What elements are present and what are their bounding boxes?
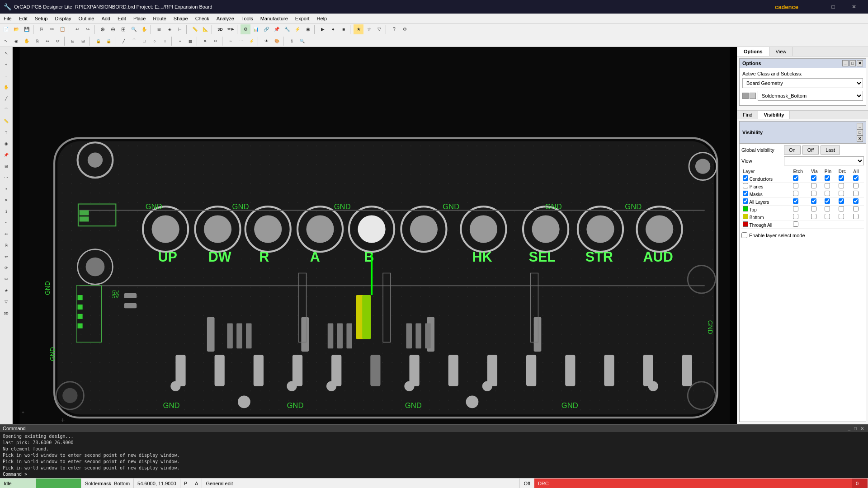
tool-text[interactable]: T <box>1 127 12 138</box>
tab-visibility[interactable]: Visibility <box>758 111 790 119</box>
tb-constraint[interactable]: ⚙ <box>241 24 250 34</box>
tool-ratsnest[interactable]: ⋯ <box>1 172 12 183</box>
layer-etch-check-through-all[interactable] <box>793 221 798 227</box>
maximize-button[interactable]: □ <box>823 0 844 14</box>
layer-etch-check-masks[interactable] <box>793 191 798 196</box>
tb-open[interactable]: 📂 <box>11 24 21 34</box>
layer-etch-check-conductors[interactable] <box>793 175 798 181</box>
layer-all-check-masks[interactable] <box>853 191 859 196</box>
menu-route[interactable]: Route <box>149 14 170 23</box>
tool-net[interactable]: ~ <box>1 217 12 228</box>
tb2-visibility[interactable]: 👁 <box>261 36 271 46</box>
tool-filter[interactable]: ▽ <box>1 296 12 307</box>
tb-zoom-fit[interactable]: ⊞ <box>118 24 128 34</box>
tb2-find[interactable]: 🔍 <box>297 36 307 46</box>
tool-wire[interactable]: ╱ <box>1 93 12 104</box>
tool-rotate[interactable]: ⟳ <box>1 263 12 273</box>
tb2-unfix[interactable]: 🔓 <box>104 36 113 46</box>
menu-check[interactable]: Check <box>192 14 213 23</box>
tool-fill[interactable]: ▪ <box>1 183 12 194</box>
tool-move[interactable]: ⇐ <box>1 229 12 239</box>
layer-pin-check-planes[interactable] <box>825 183 830 188</box>
tb-save[interactable]: 💾 <box>22 24 32 34</box>
tb2-align[interactable]: ⊟ <box>68 36 78 46</box>
tool-3d[interactable]: 3D <box>1 308 12 319</box>
menu-tools[interactable]: Tools <box>238 14 257 23</box>
layer-via-check-top[interactable] <box>811 206 816 211</box>
layer-pin-check-conductors[interactable] <box>825 175 830 181</box>
tb-zoom-window[interactable]: 🔍 <box>129 24 139 34</box>
tool-via[interactable]: ◉ <box>1 138 12 149</box>
tb-settings[interactable]: ⚙ <box>400 24 410 34</box>
tb-copy[interactable]: ⎘ <box>37 24 47 34</box>
tool-select[interactable]: ↖ <box>1 48 12 59</box>
tool-zoom-out[interactable]: - <box>1 70 12 81</box>
vis-last-button[interactable]: Last <box>821 145 840 155</box>
menu-file[interactable]: File <box>0 14 15 23</box>
tb-3d[interactable]: 3D <box>215 24 225 34</box>
layer-check-all[interactable] <box>743 198 748 204</box>
tb2-copy2[interactable]: ⎘ <box>32 36 42 46</box>
tb2-add-rect[interactable]: □ <box>139 36 149 46</box>
layer-drc-check-all[interactable] <box>839 198 844 204</box>
tb-netlist[interactable]: 🔗 <box>261 24 271 34</box>
menu-add[interactable]: Add <box>98 14 114 23</box>
tb-snap[interactable]: ◈ <box>165 24 175 34</box>
tool-copy[interactable]: ⎘ <box>1 240 12 251</box>
menu-edit2[interactable]: Edit <box>114 14 130 23</box>
tab-options[interactable]: Options <box>737 47 769 56</box>
tb2-autoroute[interactable]: ⚡ <box>246 36 256 46</box>
tool-pin[interactable]: 📌 <box>1 150 12 160</box>
menu-outline[interactable]: Outline <box>75 14 98 23</box>
layer-all-check-conductors[interactable] <box>853 175 859 181</box>
visibility-minimize[interactable]: _ <box>857 123 863 129</box>
minimize-button[interactable]: ─ <box>802 0 823 14</box>
tb2-net[interactable]: ~ <box>226 36 236 46</box>
enable-layer-checkbox[interactable] <box>741 232 747 238</box>
tb-filter[interactable]: ▽ <box>374 24 384 34</box>
tb-design-rule[interactable]: 📊 <box>251 24 261 34</box>
tb2-spread[interactable]: ⊞ <box>78 36 88 46</box>
menu-place[interactable]: Place <box>130 14 150 23</box>
close-button[interactable]: ✕ <box>844 0 864 14</box>
tb-help[interactable]: ? <box>389 24 399 34</box>
tb-ruler[interactable]: 📐 <box>200 24 210 34</box>
menu-manufacture[interactable]: Manufacture <box>257 14 292 23</box>
tool-zoom-in[interactable]: + <box>1 59 12 70</box>
tb2-trim[interactable]: ✂ <box>211 36 221 46</box>
tb2-ratsnest[interactable]: ⋯ <box>236 36 246 46</box>
layer-check-conductors[interactable] <box>743 175 748 181</box>
layer-pin-check-top[interactable] <box>825 206 830 211</box>
tb-script[interactable]: ▶ <box>318 24 328 34</box>
tool-trim[interactable]: ✂ <box>1 274 12 285</box>
view-select[interactable] <box>784 156 864 165</box>
tb2-select[interactable]: ↖ <box>1 36 11 46</box>
cmd-minimize[interactable]: _ <box>846 426 852 431</box>
cmd-restore[interactable]: □ <box>853 426 858 431</box>
tb-highlight[interactable]: ★ <box>354 24 363 34</box>
tb-wire[interactable]: ⚡ <box>292 24 302 34</box>
tb2-prop[interactable]: ℹ <box>287 36 297 46</box>
layer-etch-check-bottom[interactable] <box>793 214 798 219</box>
menu-setup[interactable]: Setup <box>31 14 52 23</box>
layer-via-check-conductors[interactable] <box>811 175 816 181</box>
tab-view[interactable]: View <box>769 47 793 56</box>
tb-new[interactable]: 📄 <box>1 24 11 34</box>
pcb-canvas-area[interactable]: UP DW R A B HK SEL STR AUD GND GND GND G… <box>13 47 737 424</box>
layer-all-check-bottom[interactable] <box>853 214 859 219</box>
cmd-close[interactable]: ✕ <box>859 426 865 431</box>
layer-drc-check-conductors[interactable] <box>839 175 844 181</box>
tool-arc[interactable]: ⌒ <box>1 104 12 115</box>
layer-pin-check-all[interactable] <box>825 198 830 204</box>
tab-find[interactable]: Find <box>737 111 758 119</box>
layer-check-planes[interactable] <box>743 183 748 188</box>
layer-all-check-top[interactable] <box>853 206 859 211</box>
tb2-add-circle[interactable]: ○ <box>150 36 160 46</box>
subclass-select[interactable]: Soldermask_Bottom Soldermask_Top Silkscr… <box>758 91 863 101</box>
vis-off-button[interactable]: Off <box>802 145 819 155</box>
tb-macro[interactable]: ● <box>328 24 338 34</box>
layer-etch-check-planes[interactable] <box>793 183 798 188</box>
layer-via-check-bottom[interactable] <box>811 214 816 219</box>
tb-3d-view[interactable]: 3D▶ <box>226 24 236 34</box>
class-select[interactable]: Board Geometry Etch Via Pin <box>742 78 863 88</box>
